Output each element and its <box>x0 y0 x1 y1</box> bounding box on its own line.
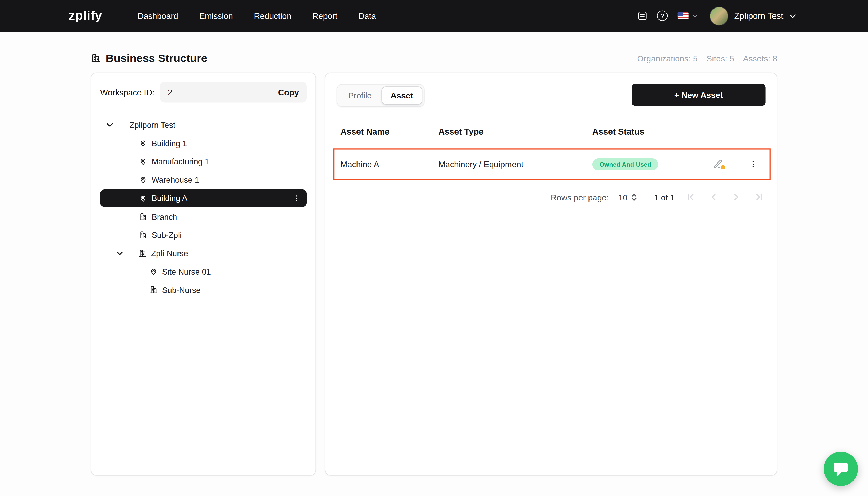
building-icon <box>139 231 147 239</box>
rows-per-page-label: Rows per page: <box>551 192 609 202</box>
tree-item-site[interactable]: Manufacturing 1 <box>100 152 307 170</box>
user-avatar[interactable] <box>709 6 728 25</box>
col-asset-type: Asset Type <box>438 127 592 137</box>
building-icon <box>150 286 158 294</box>
workspace-id-field: 2 Copy <box>160 82 307 102</box>
tree-item-label: Building A <box>152 194 187 203</box>
page-info: 1 of 1 <box>654 192 675 202</box>
tree-item-label: Manufacturing 1 <box>152 157 209 166</box>
tree-item-site[interactable]: Building 1 <box>100 134 307 152</box>
stat-organizations: Organizations: 5 <box>637 53 698 63</box>
brand-logo[interactable]: zplify <box>69 8 102 23</box>
row-menu-kebab-icon[interactable] <box>749 160 757 168</box>
page-content: Business Structure Organizations: 5 Site… <box>91 50 777 476</box>
asset-panel: Profile Asset + New Asset Asset Name Ass… <box>325 73 777 476</box>
copy-button[interactable]: Copy <box>278 88 299 97</box>
rows-per-page-value[interactable]: 10 <box>618 192 627 202</box>
nav-item-dashboard[interactable]: Dashboard <box>138 11 178 20</box>
pagination: Rows per page: 10 1 of 1 <box>337 190 766 204</box>
tree-item-label: Building 1 <box>152 139 187 148</box>
building-icon <box>138 249 147 257</box>
tree-item-site[interactable]: Warehouse 1 <box>100 170 307 189</box>
row-actions <box>713 159 757 169</box>
notification-dot <box>720 164 726 170</box>
rows-per-page-stepper-icon[interactable] <box>631 192 638 202</box>
map-pin-icon <box>139 139 147 147</box>
tree-item-org[interactable]: Branch <box>100 208 307 226</box>
tree-item-label: Sub-Zpli <box>152 231 182 239</box>
tree-item-menu-kebab-icon[interactable] <box>292 194 300 202</box>
tree-item-root[interactable]: Zpliporn Test <box>100 116 307 134</box>
asset-table-header: Asset Name Asset Type Asset Status <box>337 127 766 137</box>
col-asset-name: Asset Name <box>340 127 438 137</box>
asset-table-row-highlighted[interactable]: Machine A Machinery / Equipment Owned An… <box>333 148 771 180</box>
tab-asset[interactable]: Asset <box>381 86 422 105</box>
workspace-id-label: Workspace ID: <box>100 88 154 97</box>
page-title: Business Structure <box>106 52 207 64</box>
prev-page-button[interactable] <box>707 190 720 204</box>
top-nav: zplify Dashboard Emission Reduction Repo… <box>0 0 868 32</box>
tree-item-org[interactable]: Sub-Nurse <box>100 281 307 299</box>
tree-item-label: Zpli-Nurse <box>151 249 188 258</box>
tree-item-label: Branch <box>152 212 177 221</box>
edit-asset-icon[interactable] <box>713 159 724 169</box>
asset-type: Machinery / Equipment <box>438 159 592 169</box>
language-chevron-down-icon[interactable] <box>691 12 698 19</box>
asset-name: Machine A <box>340 159 438 169</box>
tree-item-org-expandable[interactable]: Zpli-Nurse <box>100 244 307 262</box>
col-asset-status: Asset Status <box>592 127 762 137</box>
nav-right-cluster: ? Zpliporn Test <box>629 6 797 25</box>
profile-asset-tabs: Profile Asset <box>337 84 425 107</box>
first-page-button[interactable] <box>684 190 698 204</box>
tree-item-site[interactable]: Site Nurse 01 <box>100 262 307 281</box>
stat-sites: Sites: 5 <box>707 53 734 63</box>
map-pin-icon <box>150 267 158 276</box>
tree-item-label: Zpliporn Test <box>129 120 175 129</box>
workspace-id-row: Workspace ID: 2 Copy <box>100 82 307 102</box>
nav-item-emission[interactable]: Emission <box>199 11 233 20</box>
user-menu-chevron-down-icon[interactable] <box>788 11 797 20</box>
tab-profile[interactable]: Profile <box>339 86 381 105</box>
tree-item-label: Warehouse 1 <box>152 175 199 184</box>
changelog-icon[interactable] <box>636 10 648 22</box>
chat-bubble-icon <box>833 461 849 477</box>
summary-stats: Organizations: 5 Sites: 5 Assets: 8 <box>637 53 777 63</box>
page-header: Business Structure Organizations: 5 Site… <box>91 50 777 66</box>
nav-item-reduction[interactable]: Reduction <box>254 11 291 20</box>
tree-item-label: Sub-Nurse <box>162 285 201 294</box>
next-page-button[interactable] <box>730 190 743 204</box>
new-asset-button[interactable]: + New Asset <box>632 84 766 106</box>
chevron-down-icon[interactable] <box>116 249 124 257</box>
tree-item-site-selected[interactable]: Building A <box>100 189 307 207</box>
org-tree: Zpliporn Test Building 1 Manufacturing 1 <box>100 116 307 299</box>
asset-status-badge: Owned And Used <box>592 158 658 170</box>
workspace-id-value: 2 <box>168 88 172 97</box>
help-icon[interactable]: ? <box>656 10 668 22</box>
main-nav: Dashboard Emission Reduction Report Data <box>138 11 376 20</box>
nav-item-report[interactable]: Report <box>312 11 337 20</box>
business-structure-panel: Workspace ID: 2 Copy Zpliporn Test <box>91 73 316 476</box>
cards-row: Workspace ID: 2 Copy Zpliporn Test <box>91 73 777 476</box>
map-pin-icon <box>139 157 147 166</box>
last-page-button[interactable] <box>752 190 765 204</box>
building-icon <box>139 213 147 221</box>
tree-item-label: Site Nurse 01 <box>162 267 211 276</box>
stat-assets: Assets: 8 <box>743 53 777 63</box>
chat-launcher-button[interactable] <box>824 452 858 486</box>
language-flag-us-icon[interactable] <box>677 12 688 19</box>
user-menu-name[interactable]: Zpliporn Test <box>734 11 784 21</box>
nav-item-data[interactable]: Data <box>358 11 376 20</box>
map-pin-icon <box>139 175 147 184</box>
building-icon <box>91 53 101 63</box>
chevron-down-icon[interactable] <box>106 121 114 129</box>
tree-item-org[interactable]: Sub-Zpli <box>100 226 307 244</box>
map-pin-icon <box>139 194 147 202</box>
app-viewport: zplify Dashboard Emission Reduction Repo… <box>0 0 868 496</box>
